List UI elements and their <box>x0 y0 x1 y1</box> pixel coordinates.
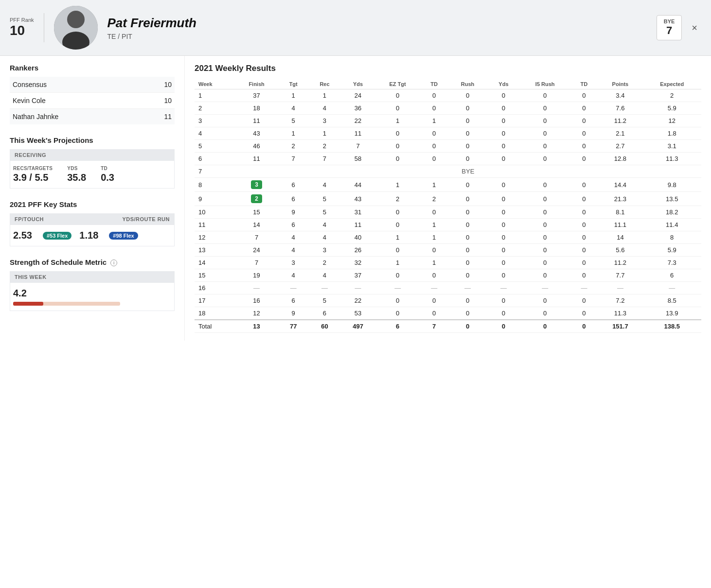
rush-cell: 0 <box>448 294 487 307</box>
rush-yds-cell: 0 <box>487 140 520 153</box>
yds-route-value: 1.18 <box>79 230 98 241</box>
td-cell: 0 <box>420 206 448 219</box>
td-cell: 1 <box>420 178 448 192</box>
rush-cell: 0 <box>448 102 487 115</box>
total-label: Total <box>195 320 235 333</box>
rec-cell: 2 <box>308 140 341 153</box>
schedule-value: 4.2 <box>13 288 171 299</box>
rush-yds-cell: 0 <box>487 294 520 307</box>
col-header: I5 Rush <box>520 79 570 89</box>
table-row: 10 15 9 5 31 0 0 0 0 0 0 8.1 18.2 <box>195 206 701 219</box>
rush-yds-cell: 0 <box>487 307 520 320</box>
table-row: 7 BYE <box>195 165 701 178</box>
i5-cell: 0 <box>520 244 570 257</box>
rush-cell: 0 <box>448 307 487 320</box>
table-row: 16 — — — — — — — — — — — — <box>195 282 701 294</box>
points-cell: — <box>598 282 642 294</box>
ranker-rank: 10 <box>141 77 175 93</box>
td2-cell: 0 <box>570 231 598 244</box>
total-ez-tgt: 6 <box>375 320 420 333</box>
rec-cell: 4 <box>308 102 341 115</box>
totals-row: Total 13 77 60 497 6 7 0 0 0 0 151.7 138… <box>195 320 701 333</box>
close-button[interactable]: × <box>688 20 701 35</box>
yds-label: YDS <box>67 166 86 171</box>
bye-label: BYE <box>664 18 675 24</box>
tgt-cell: 9 <box>278 206 308 219</box>
week-cell: 13 <box>195 244 235 257</box>
i5-cell: 0 <box>520 102 570 115</box>
rec-cell: 7 <box>308 153 341 165</box>
rush-yds-cell: 0 <box>487 89 520 102</box>
rush-cell: 0 <box>448 178 487 192</box>
table-row: 8 3 6 4 44 1 1 0 0 0 0 14.4 9.8 <box>195 178 701 192</box>
fp-touch-label: FP/TOUCH <box>15 216 44 222</box>
svg-point-1 <box>67 11 85 28</box>
col-header: TD <box>420 79 448 89</box>
rec-cell: — <box>308 282 341 294</box>
rec-cell: 1 <box>308 127 341 140</box>
points-cell: 21.3 <box>598 192 642 206</box>
rush-cell: 0 <box>448 257 487 269</box>
ez-tgt-cell: 2 <box>375 192 420 206</box>
ranker-name: Nathan Jahnke <box>10 109 141 125</box>
expected-cell: 11.4 <box>642 219 701 231</box>
tgt-cell: 6 <box>278 192 308 206</box>
finish-badge: 2 <box>251 194 262 203</box>
key-stats-title: 2021 PFF Key Stats <box>10 200 175 208</box>
ranker-rank: 10 <box>141 93 175 109</box>
progress-bar-bg <box>13 302 120 306</box>
rush-cell: 0 <box>448 115 487 127</box>
rush-cell: 0 <box>448 219 487 231</box>
i5-cell: 0 <box>520 307 570 320</box>
expected-cell: 12 <box>642 115 701 127</box>
rec-cell: 5 <box>308 206 341 219</box>
tgt-cell: 7 <box>278 153 308 165</box>
total-points: 151.7 <box>598 320 642 333</box>
finish-cell: 24 <box>235 244 279 257</box>
td2-cell: 0 <box>570 206 598 219</box>
yds-cell: 24 <box>341 89 375 102</box>
td2-cell: 0 <box>570 140 598 153</box>
rush-yds-cell: 0 <box>487 269 520 282</box>
points-cell: 5.6 <box>598 244 642 257</box>
td2-cell: 0 <box>570 115 598 127</box>
yds-cell: 26 <box>341 244 375 257</box>
expected-cell: 3.1 <box>642 140 701 153</box>
yds-cell: 31 <box>341 206 375 219</box>
i5-cell: 0 <box>520 115 570 127</box>
info-icon[interactable]: i <box>110 259 117 266</box>
i5-cell: 0 <box>520 219 570 231</box>
recs-targets-label: RECS/TARGETS <box>13 166 53 171</box>
finish-cell: — <box>235 282 279 294</box>
rush-cell: 0 <box>448 89 487 102</box>
recs-targets-item: RECS/TARGETS 3.9 / 5.5 <box>13 166 53 183</box>
total-yds: 497 <box>341 320 375 333</box>
expected-cell: 11.3 <box>642 153 701 165</box>
expected-cell: 5.9 <box>642 102 701 115</box>
td2-cell: 0 <box>570 127 598 140</box>
ranker-name: Consensus <box>10 77 141 93</box>
rush-yds-cell: 0 <box>487 178 520 192</box>
table-row: 18 12 9 6 53 0 0 0 0 0 0 11.3 13.9 <box>195 307 701 320</box>
table-row: 4 43 1 1 11 0 0 0 0 0 0 2.1 1.8 <box>195 127 701 140</box>
ranker-row: Kevin Cole10 <box>10 93 175 109</box>
total-rush: 0 <box>448 320 487 333</box>
yds-cell: 22 <box>341 294 375 307</box>
col-header: Finish <box>235 79 279 89</box>
total-expected: 138.5 <box>642 320 701 333</box>
results-title: 2021 Weekly Results <box>195 64 701 73</box>
ez-tgt-cell: 0 <box>375 244 420 257</box>
results-table: WeekFinishTgtRecYdsEZ TgtTDRushYdsI5 Rus… <box>195 79 701 333</box>
rush-yds-cell: 0 <box>487 219 520 231</box>
yds-cell: 22 <box>341 115 375 127</box>
td-cell: 0 <box>420 89 448 102</box>
points-cell: 14 <box>598 231 642 244</box>
week-cell: 7 <box>195 165 235 178</box>
player-header: PFF Rank 10 Pat Freiermuth TE / PIT BYE … <box>0 0 711 56</box>
ranker-row: Nathan Jahnke11 <box>10 109 175 125</box>
expected-cell: 8.5 <box>642 294 701 307</box>
schedule-title: Strength of Schedule Metric i <box>10 258 175 266</box>
yds-value: 35.8 <box>67 172 86 183</box>
expected-cell: 9.8 <box>642 178 701 192</box>
td2-cell: 0 <box>570 257 598 269</box>
